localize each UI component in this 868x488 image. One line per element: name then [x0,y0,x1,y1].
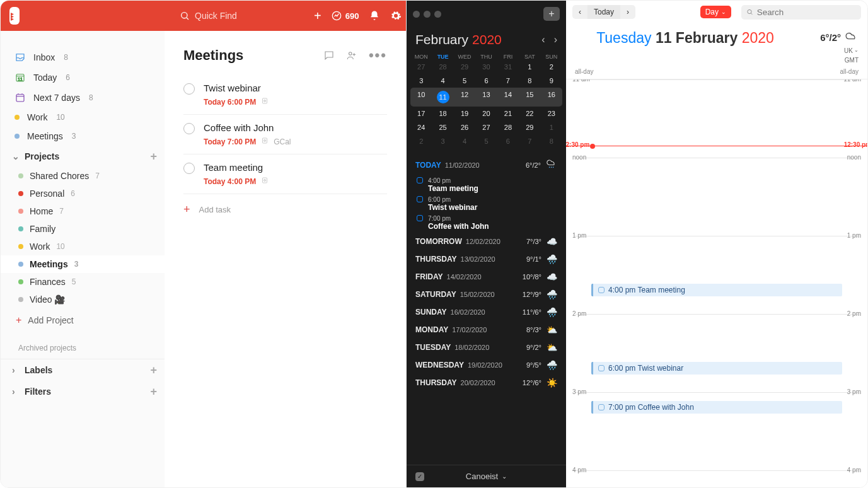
add-icon[interactable]: + [314,9,321,23]
add-project-icon[interactable]: + [150,151,157,162]
calendar-day[interactable]: 7 [519,134,540,148]
calendar-week[interactable]: 17181920212223 [410,107,562,120]
calendar-week[interactable]: 10111213141516 [410,88,562,107]
task-item[interactable]: Team meeting Today 4:00 PM [183,154,387,194]
calendar-day[interactable]: 3 [410,74,432,88]
next-day-button[interactable]: › [620,5,635,19]
bell-icon[interactable] [369,10,380,21]
calendar-day[interactable]: 5 [475,134,497,148]
agenda-event[interactable]: 7:00 pmCoffee with John [415,213,557,232]
calendar-day[interactable]: 4 [454,134,475,148]
calendar-day[interactable]: 4 [432,74,453,88]
project-family[interactable]: Family [1,220,165,238]
calendar-day[interactable]: 6 [475,74,497,88]
calendar-day[interactable]: 15 [519,88,540,107]
calendar-day[interactable]: 20 [475,107,497,120]
calendar-day[interactable]: 14 [497,88,519,107]
calendar-day[interactable]: 3 [432,134,453,148]
calendar-day[interactable]: 13 [475,88,497,107]
forecast-row[interactable]: MONDAY17/02/20208°/3°⛅ [415,321,557,339]
add-project[interactable]: + Add Project [1,308,165,332]
forecast-row[interactable]: WEDNESDAY19/02/20209°/5°🌧️ [415,356,557,374]
calendar-day[interactable]: 8 [519,74,540,88]
forecast-today-header[interactable]: TODAY 11/02/2020 6°/2° [415,154,557,175]
calendar-day[interactable]: 28 [432,60,453,74]
calendar-week[interactable]: 272829303112 [410,60,562,74]
calendar-day[interactable]: 31 [497,60,519,74]
karma-count[interactable]: 690 [332,11,359,21]
calendar-day[interactable]: 7 [497,74,519,88]
hour-row[interactable]: noonnoon [575,158,859,197]
calendar-day[interactable]: 2 [410,134,432,148]
calendar-day[interactable]: 10 [410,88,432,107]
calendar-search-input[interactable] [757,8,856,17]
calendar-event[interactable]: 7:00 pm Coffee with John [591,401,842,414]
calendar-event[interactable]: 6:00 pm Twist webinar [591,362,842,375]
project-meetings[interactable]: Meetings3 [1,255,165,273]
forecast-row[interactable]: FRIDAY14/02/202010°/8°☁️ [415,268,557,286]
calendar-day[interactable]: 1 [519,60,540,74]
hour-row[interactable]: 11 am11 am [575,79,859,119]
calendar-day[interactable]: 28 [497,120,519,134]
calendar-week[interactable]: 2425262728291 [410,120,562,134]
view-mode[interactable]: Day ⌄ [700,6,731,18]
forecast-row[interactable]: SATURDAY15/02/202012°/9°🌧️ [415,286,557,303]
calendar-day[interactable]: 6 [497,134,519,148]
search-input[interactable] [195,11,305,21]
todoist-logo[interactable] [9,7,20,25]
event-checkbox-icon[interactable] [598,287,605,293]
event-checkbox-icon[interactable] [417,177,423,183]
gear-icon[interactable] [390,10,402,21]
calendar-day[interactable]: 5 [454,74,475,88]
calendar-day[interactable]: 29 [454,60,475,74]
share-icon[interactable] [346,47,357,64]
calendar-day[interactable]: 12 [454,88,475,107]
month-grid[interactable]: 2728293031123456789101112131415161718192… [407,60,566,148]
calendar-day[interactable]: 29 [519,120,540,134]
calendar-day[interactable]: 16 [541,88,562,107]
task-item[interactable]: Twist webinar Today 6:00 PM [183,75,387,115]
add-event-button[interactable]: + [543,7,560,21]
more-icon[interactable]: ••• [369,47,387,64]
search-bar[interactable] [180,11,305,21]
task-item[interactable]: Coffee with John Today 7:00 PM GCal [183,115,387,154]
window-controls[interactable] [413,11,441,18]
forecast-row[interactable]: THURSDAY13/02/20209°/1°🌧️ [415,250,557,268]
agenda-event[interactable]: 6:00 pmTwist webinar [415,194,557,213]
calendar-day[interactable]: 11 [432,88,453,107]
task-checkbox[interactable] [183,163,195,174]
event-checkbox-icon[interactable] [417,215,423,221]
checkbox-icon[interactable]: ✓ [415,472,424,481]
calendar-day[interactable]: 30 [475,60,497,74]
project-video-🎥[interactable]: Video 🎥 [1,291,165,308]
task-checkbox[interactable] [183,83,195,95]
hour-row[interactable]: 1 pm1 pm [575,236,859,275]
calendar-day[interactable]: 8 [541,134,562,148]
calendar-week[interactable]: 3456789 [410,74,562,88]
nav-next-7-days[interactable]: Next 7 days8 [1,88,165,108]
project-work[interactable]: Work10 [1,238,165,255]
calendar-day[interactable]: 27 [410,60,432,74]
event-checkbox-icon[interactable] [598,365,605,371]
filters-header[interactable]: › Filters + [1,381,165,402]
hour-row[interactable]: 4 pm4 pm [575,470,859,487]
calendar-day[interactable]: 24 [410,120,432,134]
calendar-day[interactable]: 22 [519,107,540,120]
profile-selector[interactable]: ✓ Canoeist ⌄ [407,465,566,487]
project-shared-chores[interactable]: Shared Chores7 [1,167,165,185]
forecast-row[interactable]: TUESDAY18/02/20209°/2°⛅ [415,339,557,356]
add-task[interactable]: + Add task [183,194,387,225]
agenda-event[interactable]: 4:00 pmTeam meeting [415,175,557,194]
labels-header[interactable]: › Labels + [1,359,165,381]
calendar-day[interactable]: 21 [497,107,519,120]
calendar-search[interactable] [741,5,861,20]
calendar-day[interactable]: 19 [454,107,475,120]
forecast-row[interactable]: THURSDAY20/02/202012°/6°☀️ [415,374,557,392]
calendar-event[interactable]: 4:00 pm Team meeting [591,284,842,296]
project-finances[interactable]: Finances5 [1,273,165,291]
project-home[interactable]: Home7 [1,202,165,220]
archived-projects[interactable]: Archived projects [1,332,165,359]
calendar-day[interactable]: 9 [541,74,562,88]
calendar-week[interactable]: 2345678 [410,134,562,148]
add-label-icon[interactable]: + [150,364,157,376]
